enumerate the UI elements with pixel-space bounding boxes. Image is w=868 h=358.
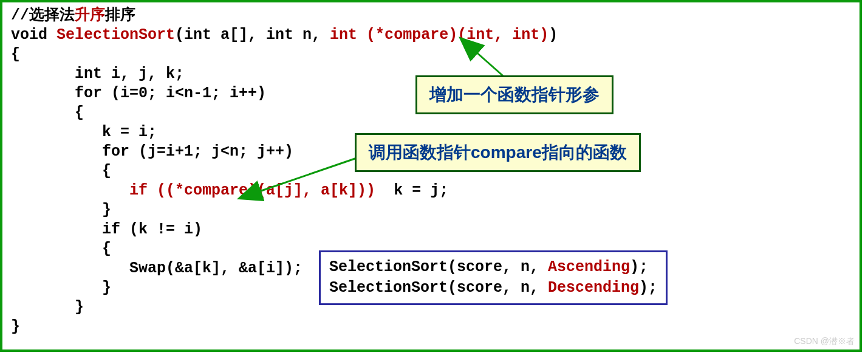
l9b: k = j; xyxy=(375,182,448,199)
example-box: SelectionSort(score, n, Ascending); Sele… xyxy=(319,250,668,305)
l11: if (k != i) xyxy=(11,221,202,238)
ex1a: SelectionSort(score, n, xyxy=(329,258,548,276)
l7: for (j=i+1; j<n; j++) xyxy=(11,143,293,160)
l5: { xyxy=(11,104,84,122)
example-line-1: SelectionSort(score, n, Ascending); xyxy=(329,257,657,278)
l3: int i, j, k; xyxy=(11,65,184,83)
callout-fp-param: 增加一个函数指针形参 xyxy=(415,75,613,114)
l14: } xyxy=(11,279,111,297)
l1c: ) xyxy=(548,26,558,44)
ex1b: ); xyxy=(630,258,648,276)
l16: } xyxy=(11,318,20,336)
l15: } xyxy=(11,298,84,316)
ex2fn: Descending xyxy=(548,279,639,297)
l9a xyxy=(11,182,129,199)
code-frame: //选择法升序排序 void SelectionSort(int a[], in… xyxy=(0,0,862,352)
l1fn: SelectionSort xyxy=(56,26,175,44)
callout-compare-call: 调用函数指针compare指向的函数 xyxy=(355,133,641,172)
comment-suffix: 排序 xyxy=(105,7,135,24)
ex1fn: Ascending xyxy=(548,258,630,276)
l1a: void xyxy=(11,26,56,44)
l4: for (i=0; i<n-1; i++) xyxy=(11,84,266,102)
l13: Swap(&a[k], &a[i]); xyxy=(11,260,302,277)
l1b: (int a[], int n, xyxy=(175,26,330,44)
l1fp: int (*compare)(int, int) xyxy=(330,26,548,44)
example-line-2: SelectionSort(score, n, Descending); xyxy=(329,278,657,298)
l9if: if ((*compare)(a[j], a[k])) xyxy=(129,182,375,199)
ex2a: SelectionSort(score, n, xyxy=(329,279,548,297)
l10: } xyxy=(11,201,111,219)
l6: k = i; xyxy=(11,123,157,141)
comment-prefix: //选择法 xyxy=(11,7,75,24)
l12: { xyxy=(11,240,111,258)
l8: { xyxy=(11,162,111,180)
comment-highlight: 升序 xyxy=(75,7,105,24)
ex2b: ); xyxy=(639,279,657,297)
l2: { xyxy=(11,46,20,63)
watermark: CSDN @潜※者 xyxy=(794,336,855,347)
